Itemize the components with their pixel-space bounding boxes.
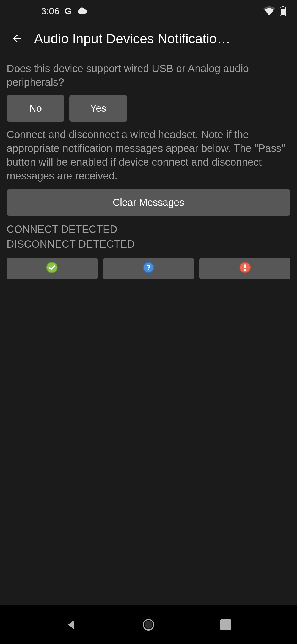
status-bar-left: 3:06 G <box>41 6 88 17</box>
svg-rect-2 <box>281 9 285 15</box>
system-nav-bar <box>0 605 297 644</box>
wifi-icon <box>263 6 275 16</box>
support-question-text: Does this device support wired USB or An… <box>7 62 290 89</box>
back-arrow-icon[interactable] <box>11 32 23 45</box>
no-button[interactable]: No <box>7 95 64 122</box>
yes-button-label: Yes <box>90 103 106 114</box>
battery-icon <box>280 6 286 16</box>
clear-messages-button[interactable]: Clear Messages <box>7 189 290 216</box>
no-button-label: No <box>29 103 42 114</box>
check-circle-icon <box>46 262 58 276</box>
nav-home-icon[interactable] <box>142 618 155 631</box>
nav-back-icon[interactable] <box>66 619 77 630</box>
fail-button[interactable] <box>199 258 290 279</box>
svg-point-10 <box>145 621 152 629</box>
svg-point-8 <box>244 269 246 271</box>
status-bar-right <box>263 6 286 16</box>
result-buttons-row: ? <box>7 258 290 279</box>
nav-recents-icon[interactable] <box>220 619 231 630</box>
log-line: DISCONNECT DETECTED <box>7 237 290 252</box>
google-g-icon: G <box>64 6 72 17</box>
pass-button[interactable] <box>7 258 98 279</box>
app-bar: Audio Input Devices Notificatio… <box>0 22 297 55</box>
svg-rect-7 <box>244 264 246 268</box>
info-button[interactable]: ? <box>103 258 194 279</box>
clear-messages-label: Clear Messages <box>113 197 184 208</box>
instruction-text: Connect and disconnect a wired headset. … <box>7 128 290 183</box>
question-circle-icon: ? <box>143 262 154 276</box>
message-log: CONNECT DETECTED DISCONNECT DETECTED <box>7 222 290 252</box>
log-line: CONNECT DETECTED <box>7 222 290 237</box>
content-area: Does this device support wired USB or An… <box>0 55 297 644</box>
alert-circle-icon <box>239 262 251 276</box>
page-title: Audio Input Devices Notificatio… <box>34 31 292 46</box>
cloud-icon <box>77 6 88 17</box>
screen: 3:06 G <box>0 0 297 644</box>
yes-no-row: No Yes <box>7 95 290 122</box>
yes-button[interactable]: Yes <box>69 95 127 122</box>
svg-text:?: ? <box>146 263 151 272</box>
status-time: 3:06 <box>41 6 59 17</box>
status-bar: 3:06 G <box>0 0 297 22</box>
